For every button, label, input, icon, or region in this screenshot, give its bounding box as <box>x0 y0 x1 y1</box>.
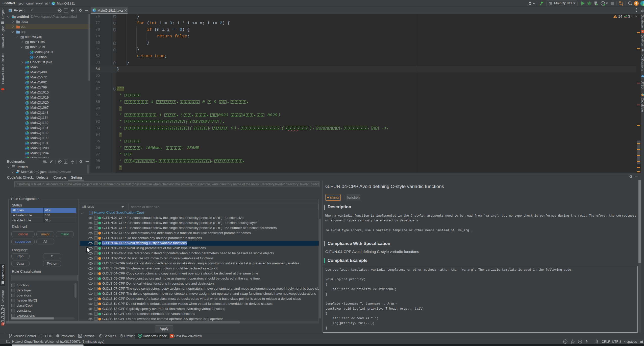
svg-text:AI: AI <box>171 335 173 337</box>
svg-text:A₂: A₂ <box>564 340 567 343</box>
